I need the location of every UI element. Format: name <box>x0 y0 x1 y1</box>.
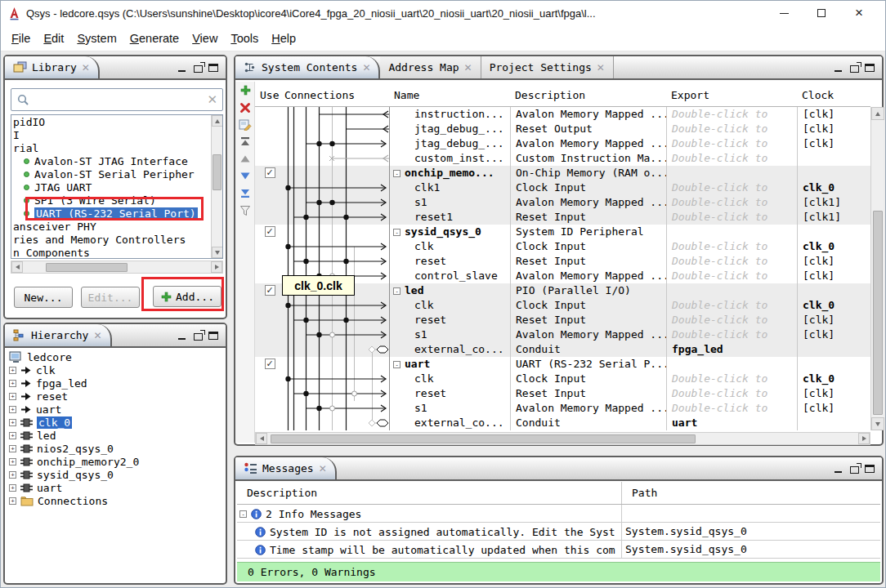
export-cell[interactable]: Double-click to <box>666 298 797 313</box>
add-icon[interactable] <box>235 82 255 99</box>
clock-cell[interactable]: [clk] <box>797 313 870 327</box>
export-cell[interactable]: Double-click to <box>666 122 797 136</box>
scroll-thumb[interactable] <box>46 263 128 272</box>
clock-cell[interactable] <box>797 225 870 239</box>
message-row[interactable]: Time stamp will be automatically updated… <box>237 541 880 559</box>
window-minimize-button[interactable] <box>765 1 803 25</box>
expand-plus-icon[interactable]: + <box>9 393 16 400</box>
connections-cell[interactable] <box>280 210 389 225</box>
library-list-hscrollbar[interactable] <box>11 261 223 274</box>
scroll-left-icon[interactable] <box>11 261 23 273</box>
table-row[interactable]: external_co...Conduitfpga_led <box>255 342 870 357</box>
collapse-minus-icon[interactable]: - <box>393 170 400 177</box>
scroll-thumb[interactable] <box>213 154 222 190</box>
float-panel-icon[interactable] <box>194 333 203 341</box>
connections-cell[interactable] <box>280 195 389 210</box>
clock-cell[interactable]: clk_0 <box>797 372 870 386</box>
library-item[interactable]: I <box>11 128 211 141</box>
library-item[interactable]: SPI (3 Wire Serial) <box>11 194 211 207</box>
tab-library[interactable]: Library ✕ <box>5 56 100 78</box>
hierarchy-item-fpga_led[interactable]: +fpga_led <box>7 376 224 390</box>
scroll-down-icon[interactable] <box>212 247 223 258</box>
export-cell[interactable] <box>666 166 797 180</box>
library-item[interactable]: n Components <box>11 246 211 259</box>
clock-cell[interactable]: [clk1] <box>797 210 870 225</box>
hierarchy-item-reset[interactable]: +reset <box>7 390 224 403</box>
name-cell[interactable]: jtag_debug_... <box>389 122 510 136</box>
minimize-panel-icon[interactable] <box>834 63 844 72</box>
table-row[interactable]: jtag_debug_...Reset OutputDouble-click t… <box>255 122 870 136</box>
edit-button[interactable]: Edit... <box>81 287 140 308</box>
collapse-minus-icon[interactable]: - <box>393 361 400 368</box>
connections-cell[interactable] <box>280 166 389 180</box>
menu-help[interactable]: Help <box>265 32 302 45</box>
remove-icon[interactable] <box>235 99 255 116</box>
maximize-panel-icon[interactable] <box>208 332 218 340</box>
name-cell[interactable]: clk <box>389 239 510 254</box>
float-panel-icon[interactable] <box>850 65 859 73</box>
scroll-up-icon[interactable] <box>212 115 223 127</box>
name-cell[interactable]: -led <box>389 283 510 298</box>
scroll-up-icon[interactable] <box>871 107 884 120</box>
export-cell[interactable]: Double-click to <box>666 107 797 122</box>
name-cell[interactable]: -onchip_memo... <box>389 166 510 180</box>
window-maximize-button[interactable] <box>803 1 840 25</box>
maximize-panel-icon[interactable] <box>208 64 218 72</box>
clock-cell[interactable]: [clk] <box>797 254 870 269</box>
table-row[interactable]: ✓-uartUART (RS-232 Serial P... <box>255 357 870 372</box>
table-row[interactable]: ✓-sysid_qsys_0System ID Peripheral <box>255 225 870 239</box>
export-cell[interactable]: Double-click to <box>666 313 797 327</box>
table-row[interactable]: clkClock InputDouble-click toclk_0 <box>255 298 870 313</box>
expand-plus-icon[interactable]: + <box>9 367 16 374</box>
export-cell[interactable]: Double-click to <box>666 372 797 386</box>
scroll-thumb[interactable] <box>271 434 696 443</box>
collapse-minus-icon[interactable]: - <box>393 287 400 295</box>
connections-cell[interactable] <box>280 327 389 342</box>
close-icon[interactable]: ✕ <box>82 62 90 74</box>
name-cell[interactable]: reset <box>389 386 510 401</box>
tab-project-settings[interactable]: Project Settings✕ <box>481 56 614 78</box>
collapse-minus-icon[interactable]: - <box>239 510 247 518</box>
table-row[interactable]: ✓-onchip_memo...On-Chip Memory (RAM o... <box>255 166 870 180</box>
table-row[interactable]: instruction...Avalon Memory Mapped ...Do… <box>255 107 870 122</box>
clock-cell[interactable]: [clk] <box>797 136 870 151</box>
table-row[interactable]: s1Avalon Memory Mapped ...Double-click t… <box>255 327 870 342</box>
table-row[interactable]: external_co...Conduituart <box>255 416 870 430</box>
expand-plus-icon[interactable]: + <box>9 458 16 466</box>
tab-messages[interactable]: Messages ✕ <box>235 457 337 479</box>
library-item[interactable]: Avalon-ST JTAG Interface <box>11 154 211 167</box>
move-top-icon[interactable] <box>235 133 255 150</box>
filter-icon[interactable] <box>235 202 255 219</box>
name-cell[interactable]: s1 <box>389 327 510 342</box>
name-cell[interactable]: reset <box>389 254 510 269</box>
clock-cell[interactable]: clk_0 <box>797 180 870 195</box>
export-cell[interactable] <box>666 357 797 372</box>
expand-plus-icon[interactable]: + <box>9 419 16 426</box>
name-cell[interactable]: external_co... <box>389 342 510 357</box>
messages-group-row[interactable]: -2 Info Messages <box>237 505 880 523</box>
clear-search-icon[interactable]: ✕ <box>207 92 217 107</box>
float-panel-icon[interactable] <box>850 466 859 474</box>
hierarchy-item-sysid_qsys_0[interactable]: +sysid_qsys_0 <box>7 468 224 481</box>
table-row[interactable]: resetReset InputDouble-click to[clk] <box>255 254 870 269</box>
connections-cell[interactable] <box>280 122 389 136</box>
clock-cell[interactable]: clk_0 <box>797 239 870 254</box>
scroll-left-icon[interactable] <box>256 433 267 444</box>
name-cell[interactable]: clk1 <box>389 180 510 195</box>
connections-cell[interactable] <box>280 225 389 239</box>
name-cell[interactable]: custom_inst... <box>389 151 510 166</box>
scroll-thumb[interactable] <box>873 211 883 415</box>
expand-plus-icon[interactable]: + <box>9 471 16 479</box>
new-button[interactable]: New... <box>14 287 73 308</box>
hierarchy-item-connections[interactable]: +Connections <box>7 494 224 507</box>
clock-cell[interactable]: clk_0 <box>797 298 870 313</box>
close-icon[interactable]: ✕ <box>362 62 370 74</box>
minimize-panel-icon[interactable] <box>834 464 844 473</box>
export-cell[interactable]: Double-click to <box>666 254 797 269</box>
move-up-icon[interactable] <box>235 150 255 167</box>
name-cell[interactable]: reset <box>389 313 510 327</box>
library-item[interactable]: rial <box>11 141 211 154</box>
clock-cell[interactable]: [clk] <box>797 386 870 401</box>
float-panel-icon[interactable] <box>194 65 203 73</box>
clock-cell[interactable] <box>797 342 870 357</box>
